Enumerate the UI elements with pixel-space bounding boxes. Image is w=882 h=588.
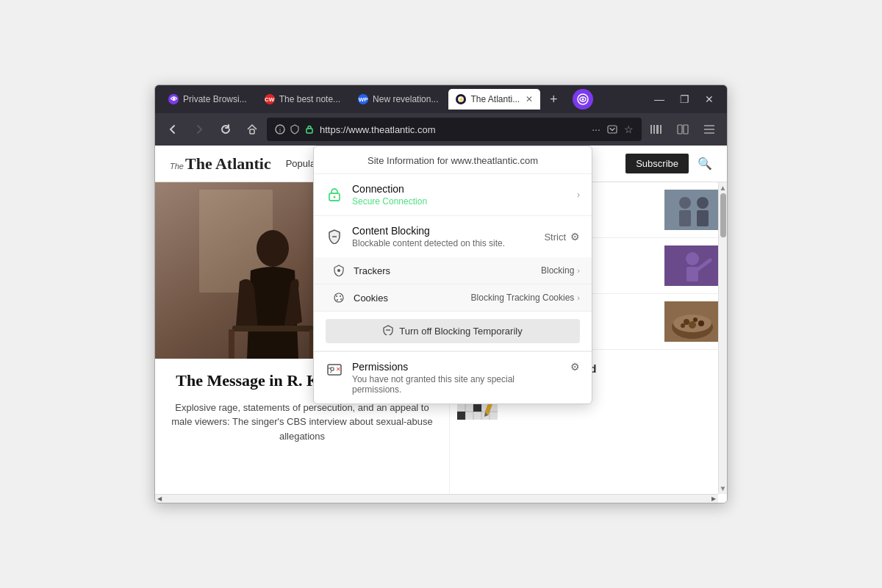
- trackers-label: Trackers: [354, 265, 534, 276]
- svg-rect-5: [250, 129, 254, 134]
- connection-row[interactable]: Connection Secure Connection ›: [314, 174, 592, 215]
- bookmark-icon[interactable]: ☆: [623, 123, 634, 135]
- svg-point-60: [336, 295, 337, 297]
- svg-rect-25: [664, 190, 720, 230]
- popup-header-text: Site Information for www.theatlantic.com: [368, 155, 538, 166]
- reload-button[interactable]: [214, 118, 237, 141]
- cookies-right: Blocking Tracking Cookies ›: [471, 293, 580, 303]
- cookies-row[interactable]: Cookies Blocking Tracking Cookies ›: [314, 284, 592, 311]
- tab-private[interactable]: 👁 Private Browsi...: [161, 89, 254, 110]
- svg-point-26: [679, 197, 691, 209]
- content-blocking-row[interactable]: Content Blocking Blockable content detec…: [314, 216, 592, 257]
- connection-content: Connection Secure Connection: [352, 183, 568, 207]
- private-tab-icon: 👁: [168, 94, 179, 104]
- scrollbar-thumb-v[interactable]: [720, 193, 726, 237]
- reader-view-icon[interactable]: [671, 118, 695, 141]
- popup-action-row: Turn off Blocking Temporarily: [314, 312, 592, 351]
- wp-tab-icon: WP: [358, 94, 368, 104]
- url-text: https://www.theatlantic.com: [320, 124, 586, 135]
- toolbar: i https://www.theatlantic.com ··· ☆: [155, 113, 727, 146]
- back-button[interactable]: [161, 118, 184, 141]
- pocket-icon[interactable]: [606, 123, 618, 135]
- forward-button[interactable]: [187, 118, 211, 141]
- svg-rect-15: [684, 125, 688, 134]
- library-icon[interactable]: [645, 118, 668, 141]
- menu-icon[interactable]: [698, 118, 721, 141]
- restore-button[interactable]: ❐: [673, 89, 696, 110]
- tab-cw-label: The best note...: [279, 94, 340, 104]
- svg-rect-22: [232, 326, 313, 331]
- svg-point-36: [684, 319, 689, 325]
- blocking-title: Content Blocking: [352, 225, 535, 237]
- tab-wp-label: New revelation...: [373, 94, 438, 104]
- trackers-chevron: ›: [577, 266, 580, 275]
- svg-point-4: [582, 98, 584, 101]
- tab-wp[interactable]: WP New revelation...: [351, 89, 445, 110]
- toolbar-right: [645, 118, 721, 141]
- svg-point-63: [340, 298, 342, 300]
- blocking-right: Strict ⚙: [544, 231, 580, 243]
- close-button[interactable]: ✕: [698, 89, 721, 110]
- connection-lock-icon: [326, 186, 343, 204]
- svg-text:⚡: ⚡: [458, 96, 465, 103]
- connection-title: Connection: [352, 183, 568, 195]
- blocking-level: Strict: [544, 232, 566, 243]
- cookies-status: Blocking Tracking Cookies: [471, 293, 575, 303]
- svg-point-40: [698, 320, 704, 326]
- address-icons: i: [274, 123, 315, 135]
- svg-point-39: [681, 323, 685, 328]
- address-bar[interactable]: i https://www.theatlantic.com ··· ☆: [267, 118, 642, 141]
- tab-atlantic[interactable]: ⚡ The Atlanti... ✕: [448, 89, 540, 110]
- scroll-left-arrow[interactable]: ◀: [155, 495, 164, 503]
- article-subtitle: Explosive rage, statements of persecutio…: [170, 401, 434, 444]
- popup-blocking-section: Content Blocking Blockable content detec…: [314, 216, 592, 352]
- svg-point-21: [257, 230, 289, 267]
- svg-text:i: i: [279, 126, 281, 134]
- popup-header: Site Information for www.theatlantic.com: [314, 146, 592, 174]
- svg-text:✓: ✓: [329, 369, 334, 374]
- svg-rect-27: [679, 210, 691, 226]
- popup-permissions-row[interactable]: ✓ ✕ Permissions You have not granted thi…: [314, 352, 592, 404]
- info-icon: i: [274, 123, 286, 135]
- scrollbar-right[interactable]: ▲ ▼: [718, 182, 727, 494]
- tab-cw[interactable]: CW The best note...: [257, 89, 348, 110]
- cookies-label: Cookies: [354, 293, 464, 304]
- site-info-popup: Site Information for www.theatlantic.com…: [313, 146, 592, 404]
- scrollbar-bottom[interactable]: ◀ ▶: [155, 494, 718, 503]
- svg-rect-29: [697, 210, 709, 226]
- tab-close-icon[interactable]: ✕: [526, 94, 533, 104]
- trackers-row[interactable]: Trackers Blocking ›: [314, 257, 592, 284]
- scrollbar-thumb-h: [165, 497, 708, 501]
- home-button[interactable]: [240, 118, 264, 141]
- atlantic-actions: Subscribe 🔍: [625, 154, 712, 173]
- svg-rect-8: [306, 129, 312, 133]
- svg-rect-53: [457, 412, 465, 420]
- search-icon[interactable]: 🔍: [698, 157, 712, 171]
- subscribe-button[interactable]: Subscribe: [625, 154, 689, 173]
- svg-rect-12: [656, 125, 659, 134]
- svg-point-37: [693, 318, 698, 322]
- turn-off-blocking-button[interactable]: Turn off Blocking Temporarily: [326, 319, 580, 343]
- blocking-gear-icon[interactable]: ⚙: [570, 231, 580, 243]
- tab-atlantic-label: The Atlanti...: [470, 94, 520, 104]
- scroll-right-arrow[interactable]: ▶: [709, 495, 718, 503]
- permissions-icon: ✓ ✕: [326, 361, 343, 379]
- svg-point-58: [337, 269, 340, 272]
- svg-rect-14: [678, 125, 682, 134]
- right-image-1: [664, 190, 720, 230]
- cookies-icon: [331, 290, 346, 305]
- turn-off-icon: [383, 325, 393, 337]
- svg-point-62: [337, 299, 338, 301]
- blocking-subtitle: Blockable content detected on this site.: [352, 238, 535, 248]
- shield-icon: [289, 123, 301, 135]
- svg-point-28: [697, 197, 709, 209]
- lock-icon: [304, 123, 315, 135]
- permissions-gear-icon[interactable]: ⚙: [570, 361, 580, 373]
- page-content: The The Atlantic Popular Subscribe 🔍: [155, 146, 727, 503]
- new-tab-button[interactable]: +: [543, 89, 564, 110]
- minimize-button[interactable]: —: [648, 89, 671, 110]
- right-image-3: [664, 301, 720, 342]
- popup-sub-section: Trackers Blocking ›: [314, 257, 592, 312]
- more-options-icon[interactable]: ···: [590, 123, 602, 135]
- cookies-chevron: ›: [577, 293, 580, 302]
